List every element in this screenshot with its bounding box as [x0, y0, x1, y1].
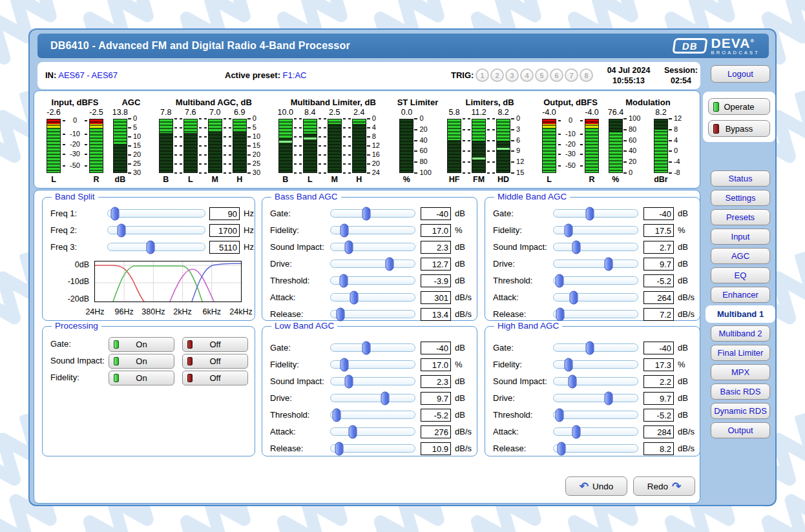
slider-thumb[interactable]: [362, 341, 370, 354]
high-band-agc-fidelity-slider[interactable]: [553, 360, 638, 369]
high-band-agc-gate-value-input[interactable]: -40: [643, 342, 674, 354]
high-band-agc-sound-impact-value-input[interactable]: 2.2: [643, 375, 674, 388]
middle-band-agc-gate-slider[interactable]: [553, 209, 638, 218]
slider-thumb[interactable]: [340, 223, 348, 237]
low-band-agc-threshold-value-input[interactable]: -5.2: [421, 409, 451, 422]
slider-thumb[interactable]: [117, 223, 125, 237]
high-band-agc-release-slider[interactable]: [553, 444, 638, 453]
bass-band-agc-fidelity-value-input[interactable]: 17.0: [421, 224, 451, 237]
bass-band-agc-threshold-slider[interactable]: [330, 276, 415, 285]
slider-thumb[interactable]: [344, 374, 353, 388]
logout-button[interactable]: Logout: [711, 65, 770, 83]
band-split-freq-1-value-input[interactable]: 90: [209, 207, 240, 220]
trig-button-4[interactable]: 4: [520, 68, 534, 82]
middle-band-agc-attack-slider[interactable]: [553, 293, 638, 302]
middle-band-agc-drive-value-input[interactable]: 9.7: [643, 258, 674, 271]
sidebar-item-settings[interactable]: Settings: [711, 190, 770, 206]
slider-thumb[interactable]: [348, 425, 357, 438]
slider-thumb[interactable]: [565, 223, 573, 237]
slider-thumb[interactable]: [572, 240, 580, 254]
slider-thumb[interactable]: [585, 207, 594, 220]
low-band-agc-threshold-slider[interactable]: [330, 411, 415, 419]
sidebar-item-mpx[interactable]: MPX: [711, 364, 770, 380]
processing-sound-impact-off-button[interactable]: Off: [182, 354, 248, 369]
middle-band-agc-sound-impact-slider[interactable]: [553, 243, 638, 251]
middle-band-agc-gate-value-input[interactable]: -40: [643, 207, 674, 220]
high-band-agc-fidelity-value-input[interactable]: 17.3: [643, 358, 674, 371]
high-band-agc-sound-impact-slider[interactable]: [553, 377, 638, 385]
sidebar-item-enhancer[interactable]: Enhancer: [711, 287, 770, 303]
low-band-agc-drive-value-input[interactable]: 9.7: [421, 392, 451, 405]
slider-thumb[interactable]: [146, 240, 154, 254]
slider-thumb[interactable]: [385, 257, 393, 271]
high-band-agc-release-value-input[interactable]: 8.2: [643, 442, 674, 455]
slider-thumb[interactable]: [340, 358, 348, 371]
middle-band-agc-sound-impact-value-input[interactable]: 2.7: [643, 241, 674, 254]
band-split-freq-3-slider[interactable]: [107, 243, 205, 251]
bypass-button[interactable]: Bypass: [708, 120, 770, 137]
slider-thumb[interactable]: [570, 291, 578, 304]
middle-band-agc-threshold-value-input[interactable]: -5.2: [643, 274, 674, 287]
high-band-agc-gate-slider[interactable]: [553, 343, 638, 352]
low-band-agc-gate-slider[interactable]: [330, 343, 415, 352]
low-band-agc-fidelity-value-input[interactable]: 17.0: [421, 358, 451, 371]
active-preset-value[interactable]: F1:AC: [283, 70, 307, 80]
high-band-agc-threshold-value-input[interactable]: -5.2: [643, 409, 674, 422]
sidebar-item-presets[interactable]: Presets: [711, 209, 770, 225]
processing-sound-impact-on-button[interactable]: On: [109, 354, 174, 369]
slider-thumb[interactable]: [335, 442, 343, 455]
sidebar-item-agc[interactable]: AGC: [711, 248, 770, 264]
middle-band-agc-threshold-slider[interactable]: [553, 276, 638, 285]
high-band-agc-threshold-slider[interactable]: [553, 411, 638, 419]
middle-band-agc-release-value-input[interactable]: 7.2: [643, 308, 674, 321]
band-split-freq-3-value-input[interactable]: 5110: [209, 241, 240, 254]
undo-button[interactable]: ↶ Undo: [565, 476, 627, 496]
input-source-value[interactable]: AES67 - AES67: [58, 70, 118, 80]
trig-button-7[interactable]: 7: [565, 68, 578, 82]
low-band-agc-fidelity-slider[interactable]: [330, 360, 415, 369]
band-split-freq-1-slider[interactable]: [107, 209, 205, 218]
bass-band-agc-attack-value-input[interactable]: 301: [421, 291, 451, 304]
low-band-agc-attack-value-input[interactable]: 276: [421, 425, 451, 438]
middle-band-agc-fidelity-value-input[interactable]: 17.5: [643, 224, 674, 237]
sidebar-item-eq[interactable]: EQ: [711, 267, 770, 283]
low-band-agc-drive-slider[interactable]: [330, 394, 415, 402]
band-split-freq-2-value-input[interactable]: 1700: [209, 224, 240, 237]
redo-button[interactable]: Redo ↷: [633, 476, 695, 496]
bass-band-agc-sound-impact-value-input[interactable]: 2.3: [421, 241, 451, 254]
slider-thumb[interactable]: [604, 391, 612, 405]
bass-band-agc-drive-slider[interactable]: [330, 260, 415, 268]
processing-gate-on-button[interactable]: On: [109, 337, 174, 352]
sidebar-item-status[interactable]: Status: [711, 170, 770, 187]
slider-thumb[interactable]: [337, 307, 345, 321]
processing-fidelity-off-button[interactable]: Off: [182, 371, 248, 385]
trig-button-2[interactable]: 2: [490, 68, 504, 82]
bass-band-agc-gate-slider[interactable]: [330, 209, 415, 218]
slider-thumb[interactable]: [556, 408, 564, 422]
low-band-agc-gate-value-input[interactable]: -40: [421, 342, 451, 354]
bass-band-agc-drive-value-input[interactable]: 12.7: [421, 258, 451, 271]
operate-button[interactable]: Operate: [708, 98, 770, 115]
middle-band-agc-attack-value-input[interactable]: 264: [643, 291, 674, 304]
processing-fidelity-on-button[interactable]: On: [109, 371, 174, 385]
slider-thumb[interactable]: [572, 425, 580, 438]
sidebar-item-dynamic-rds[interactable]: Dynamic RDS: [711, 403, 770, 419]
sidebar-item-input[interactable]: Input: [711, 229, 770, 245]
bass-band-agc-release-value-input[interactable]: 13.4: [421, 308, 451, 321]
bass-band-agc-threshold-value-input[interactable]: -3.9: [421, 274, 451, 287]
slider-thumb[interactable]: [556, 307, 565, 321]
low-band-agc-sound-impact-slider[interactable]: [330, 377, 415, 385]
high-band-agc-attack-value-input[interactable]: 284: [643, 425, 674, 438]
slider-thumb[interactable]: [111, 207, 120, 220]
processing-gate-off-button[interactable]: Off: [182, 337, 248, 352]
high-band-agc-attack-slider[interactable]: [553, 427, 638, 436]
bass-band-agc-release-slider[interactable]: [330, 310, 415, 318]
slider-thumb[interactable]: [333, 408, 341, 422]
sidebar-item-multiband-1[interactable]: Multiband 1: [706, 305, 775, 323]
high-band-agc-drive-value-input[interactable]: 9.7: [643, 392, 674, 405]
low-band-agc-release-value-input[interactable]: 10.9: [421, 442, 451, 455]
slider-thumb[interactable]: [339, 274, 348, 287]
bass-band-agc-attack-slider[interactable]: [330, 293, 415, 302]
sidebar-item-multiband-2[interactable]: Multiband 2: [711, 325, 770, 342]
sidebar-item-output[interactable]: Output: [711, 422, 770, 438]
